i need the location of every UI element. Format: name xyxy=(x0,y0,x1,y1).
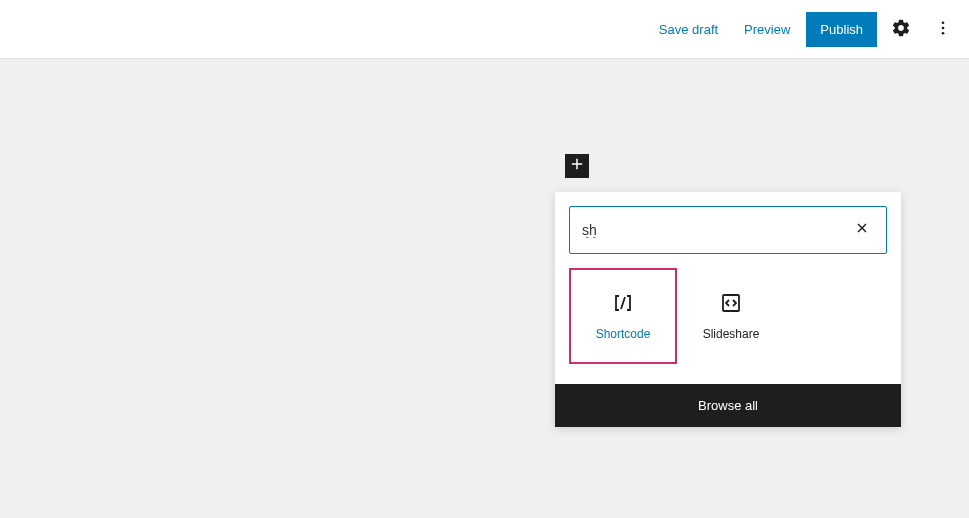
plus-icon xyxy=(568,155,586,177)
block-label: Shortcode xyxy=(596,327,651,341)
save-draft-button[interactable]: Save draft xyxy=(649,14,728,45)
preview-button[interactable]: Preview xyxy=(734,14,800,45)
kebab-icon xyxy=(934,19,952,40)
block-item-slideshare[interactable]: Slideshare xyxy=(677,268,785,364)
block-label: Slideshare xyxy=(703,327,760,341)
search-box xyxy=(569,206,887,254)
gear-icon xyxy=(891,18,911,41)
embed-icon xyxy=(719,291,743,315)
svg-point-0 xyxy=(942,21,945,24)
clear-search-button[interactable] xyxy=(850,216,874,245)
svg-point-1 xyxy=(942,26,945,29)
editor-top-bar: Save draft Preview Publish xyxy=(0,0,969,59)
search-wrapper xyxy=(555,192,901,268)
add-block-button[interactable] xyxy=(565,154,589,178)
publish-button[interactable]: Publish xyxy=(806,12,877,47)
blocks-grid: Shortcode Slideshare xyxy=(555,268,901,384)
svg-line-7 xyxy=(621,297,625,309)
more-options-button[interactable] xyxy=(925,11,961,47)
shortcode-icon xyxy=(611,291,635,315)
block-inserter-panel: Shortcode Slideshare Browse all xyxy=(555,192,901,427)
browse-all-button[interactable]: Browse all xyxy=(555,384,901,427)
block-search-input[interactable] xyxy=(582,222,850,238)
close-icon xyxy=(854,220,870,240)
svg-point-2 xyxy=(942,31,945,34)
settings-button[interactable] xyxy=(883,11,919,47)
block-item-shortcode[interactable]: Shortcode xyxy=(569,268,677,364)
